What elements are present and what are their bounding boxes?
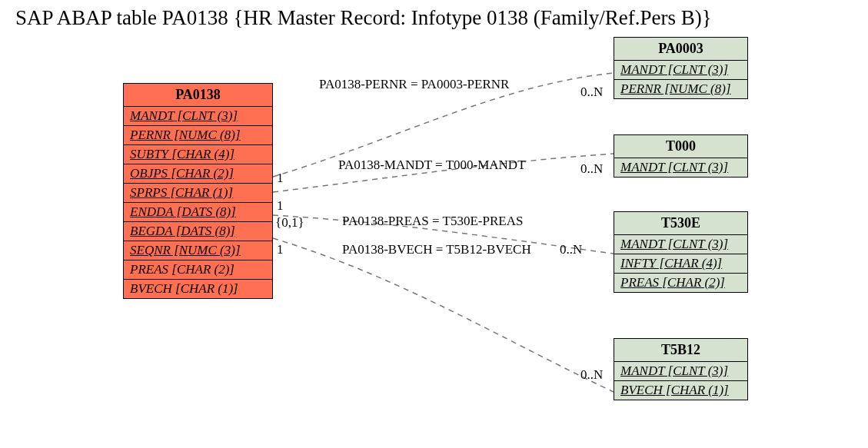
entity-header: PA0003: [614, 38, 747, 61]
entity-header: T000: [614, 135, 747, 158]
cardinality-label: 1: [277, 242, 284, 257]
field-row: MANDT [CLNT (3)]: [614, 158, 747, 177]
field-row: MANDT [CLNT (3)]: [614, 362, 747, 381]
field-row: SEQNR [NUMC (3)]: [124, 241, 272, 261]
entity-t000: T000 MANDT [CLNT (3)]: [614, 134, 748, 178]
field-row: OBJPS [CHAR (2)]: [124, 164, 272, 184]
field-row: PERNR [NUMC (8)]: [614, 80, 747, 98]
field-row: BVECH [CHAR (1)]: [124, 280, 272, 298]
field-row: INFTY [CHAR (4)]: [614, 254, 747, 274]
entity-header: T530E: [614, 212, 747, 235]
field-row: SPRPS [CHAR (1)]: [124, 184, 272, 203]
entity-t5b12: T5B12 MANDT [CLNT (3)] BVECH [CHAR (1)]: [614, 338, 748, 400]
entity-pa0138: PA0138 MANDT [CLNT (3)] PERNR [NUMC (8)]…: [123, 83, 273, 299]
entity-header: PA0138: [124, 84, 272, 107]
field-row: PREAS [CHAR (2)]: [614, 274, 747, 292]
join-label: PA0138-PREAS = T530E-PREAS: [342, 214, 523, 229]
diagram-title: SAP ABAP table PA0138 {HR Master Record:…: [15, 6, 712, 30]
field-row: BEGDA [DATS (8)]: [124, 222, 272, 241]
field-row: PERNR [NUMC (8)]: [124, 126, 272, 145]
entity-pa0003: PA0003 MANDT [CLNT (3)] PERNR [NUMC (8)]: [614, 37, 748, 99]
join-label: PA0138-MANDT = T000-MANDT: [338, 158, 526, 173]
cardinality-label: 0..N: [580, 367, 603, 383]
cardinality-label: 0..N: [560, 242, 582, 257]
cardinality-label: {0,1}: [275, 215, 304, 231]
field-row: MANDT [CLNT (3)]: [124, 107, 272, 126]
cardinality-label: 0..N: [580, 85, 603, 100]
entity-header: T5B12: [614, 339, 747, 362]
field-row: SUBTY [CHAR (4)]: [124, 145, 272, 164]
cardinality-label: 1: [277, 171, 284, 186]
cardinality-label: 1: [277, 198, 284, 214]
field-row: PREAS [CHAR (2)]: [124, 261, 272, 280]
join-label: PA0138-BVECH = T5B12-BVECH: [342, 242, 531, 257]
field-row: ENDDA [DATS (8)]: [124, 203, 272, 222]
cardinality-label: 0..N: [580, 161, 603, 177]
field-row: MANDT [CLNT (3)]: [614, 235, 747, 254]
join-label: PA0138-PERNR = PA0003-PERNR: [319, 77, 509, 92]
entity-t530e: T530E MANDT [CLNT (3)] INFTY [CHAR (4)] …: [614, 211, 748, 293]
field-row: MANDT [CLNT (3)]: [614, 61, 747, 80]
field-row: BVECH [CHAR (1)]: [614, 381, 747, 400]
